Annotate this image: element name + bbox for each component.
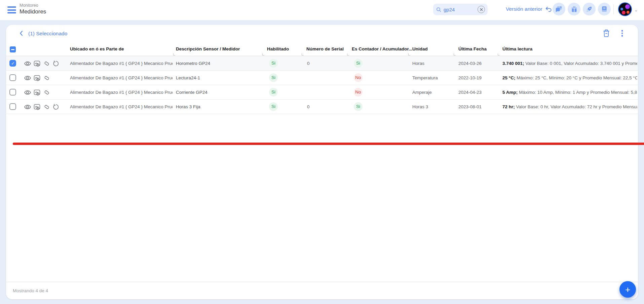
row-description: Lectura24-1 xyxy=(176,75,263,80)
row-unit: Amperaje xyxy=(412,90,432,95)
gift-icon[interactable] xyxy=(568,3,580,15)
row-last-date: 2024-03-26 xyxy=(458,61,482,66)
row-location: Alimentador De Bagazo #1 { GP24 } Mecani… xyxy=(70,104,173,109)
refresh-icon[interactable] xyxy=(52,103,60,111)
row-last-date: 2022-10-19 xyxy=(458,75,482,80)
column-resize-handle[interactable] xyxy=(498,53,500,55)
image-plus-icon[interactable] xyxy=(33,103,41,111)
column-resize-handle[interactable] xyxy=(262,53,264,55)
counter-badge: Si xyxy=(354,102,363,111)
breadcrumb: Monitoreo xyxy=(20,3,38,8)
rocket-icon[interactable] xyxy=(583,3,596,15)
footer-divider xyxy=(6,282,638,282)
clear-search-icon[interactable] xyxy=(478,6,485,13)
eye-icon[interactable] xyxy=(24,88,32,97)
row-location: Alimentador De Bagazo #1 { GP24 } Mecani… xyxy=(70,90,173,95)
row-checkbox[interactable] xyxy=(9,89,16,96)
chevron-down-icon[interactable]: ⌄ xyxy=(634,7,638,12)
table-row[interactable]: Alimentador De Bagazo #1 { GP24 } Mecani… xyxy=(6,85,638,100)
table-header: Ubicado en ó es Parte de Descripción Sen… xyxy=(6,42,638,56)
row-unit: Horas xyxy=(412,61,424,66)
row-serial: 0 xyxy=(307,104,310,109)
eye-icon[interactable] xyxy=(24,103,32,111)
hamburger-menu-icon[interactable] xyxy=(7,6,16,14)
row-last-date: 2024-04-23 xyxy=(458,90,482,95)
docs-icon[interactable] xyxy=(598,3,611,15)
image-plus-icon[interactable] xyxy=(33,74,41,82)
column-header[interactable]: Habilitado xyxy=(267,46,289,51)
column-header[interactable]: Descripción Sensor / Medidor xyxy=(176,46,240,51)
row-count-label: Mostrando 4 de 4 xyxy=(13,288,48,293)
previous-version-label: Versión anterior xyxy=(506,6,542,12)
column-resize-handle[interactable] xyxy=(408,53,410,55)
row-last-reading: 25 °C; Máximo: 25 °C, Mínimo: 20 °C y Pr… xyxy=(502,75,637,80)
image-plus-icon[interactable] xyxy=(33,60,41,68)
column-resize-handle[interactable] xyxy=(454,53,456,55)
image-plus-icon[interactable] xyxy=(33,88,41,97)
enabled-badge: Si xyxy=(269,102,278,111)
column-header[interactable]: Última Fecha xyxy=(458,46,487,51)
link-icon[interactable] xyxy=(43,88,51,97)
row-last-reading: 3.740 001; Valor Base: 0 001, Valor Acum… xyxy=(502,61,637,66)
topbar: Monitoreo Medidores Versión anterior xyxy=(0,0,644,20)
more-options-icon[interactable] xyxy=(619,29,625,37)
counter-badge: No xyxy=(354,73,363,82)
link-icon[interactable] xyxy=(43,60,51,68)
enabled-badge: Si xyxy=(269,88,278,97)
undo-icon xyxy=(545,6,553,12)
counter-badge: No xyxy=(354,88,363,97)
row-last-date: 2023-08-01 xyxy=(458,104,482,109)
row-last-reading: 5 Amp; Máximo: 10 Amp, Mínimo: 1 Amp y P… xyxy=(502,90,637,95)
column-resize-handle[interactable] xyxy=(347,53,349,55)
eye-icon[interactable] xyxy=(24,74,32,82)
column-header[interactable]: Número de Serial xyxy=(306,46,344,51)
back-chevron-icon[interactable] xyxy=(17,29,26,38)
enabled-badge: Si xyxy=(269,59,278,68)
column-resize-handle[interactable] xyxy=(173,53,175,55)
table-row[interactable]: Alimentador De Bagazo #1 { GP24 } Mecani… xyxy=(6,100,638,114)
link-icon[interactable] xyxy=(43,74,51,82)
search-input[interactable] xyxy=(444,7,475,12)
eye-icon[interactable] xyxy=(24,60,32,68)
counter-badge: Si xyxy=(354,59,363,68)
search-icon xyxy=(436,7,442,12)
row-checkbox[interactable] xyxy=(9,60,16,67)
previous-version-link[interactable]: Versión anterior xyxy=(506,6,553,12)
topbar-divider xyxy=(613,4,614,14)
search-box[interactable] xyxy=(433,4,488,15)
row-last-reading: 72 hr; Valor Base: 0 hr, Valor Acumulado… xyxy=(502,104,637,109)
avatar[interactable] xyxy=(618,2,632,16)
row-unit: Temperatura xyxy=(412,75,438,80)
red-annotation-line xyxy=(13,143,644,145)
enabled-badge: Si xyxy=(269,73,278,82)
column-header[interactable]: Última lectura xyxy=(502,46,532,51)
row-unit: Horas 3 xyxy=(412,104,428,109)
column-header[interactable]: Es Contador / Acumulador... xyxy=(352,46,412,51)
row-location: Alimentador De Bagazo #1 { GP24 } Mecani… xyxy=(70,61,173,66)
meters-card: (1) Seleccionado Ubicado en ó es Parte d… xyxy=(6,25,638,299)
refresh-icon[interactable] xyxy=(52,60,60,68)
row-checkbox[interactable] xyxy=(9,74,16,81)
selected-count-label[interactable]: (1) Seleccionado xyxy=(28,31,67,37)
add-button[interactable]: + xyxy=(619,281,636,298)
table-body: Alimentador De Bagazo #1 { GP24 } Mecani… xyxy=(6,56,638,114)
row-location: Alimentador De Bagazo #1 { GP24 } Mecani… xyxy=(70,75,173,80)
table-row[interactable]: Alimentador De Bagazo #1 { GP24 } Mecani… xyxy=(6,56,638,71)
row-checkbox[interactable] xyxy=(9,103,16,110)
column-header[interactable]: Unidad xyxy=(412,46,428,51)
link-icon[interactable] xyxy=(43,103,51,111)
page-title: Medidores xyxy=(20,8,46,15)
feedback-icon[interactable] xyxy=(553,3,565,15)
delete-icon[interactable] xyxy=(602,29,610,38)
column-header[interactable]: Ubicado en ó es Parte de xyxy=(70,46,124,51)
select-all-checkbox[interactable] xyxy=(10,46,16,52)
row-serial: 0 xyxy=(307,61,310,66)
row-description: Horometro GP24 xyxy=(176,61,263,66)
row-description: Horas 3 Fija xyxy=(176,104,263,109)
table-row[interactable]: Alimentador De Bagazo #1 { GP24 } Mecani… xyxy=(6,71,638,85)
column-resize-handle[interactable] xyxy=(302,53,304,55)
row-description: Corriente GP24 xyxy=(176,90,263,95)
